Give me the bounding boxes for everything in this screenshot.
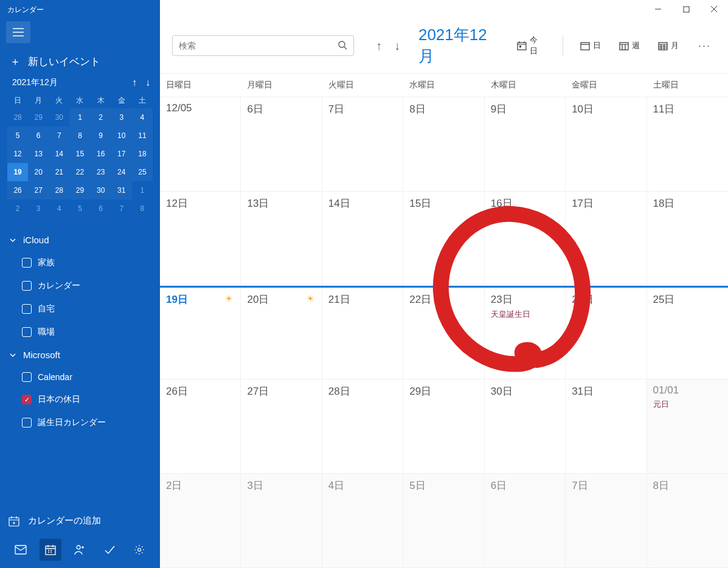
day-cell[interactable]: 14日 bbox=[322, 192, 403, 285]
day-cell[interactable]: 15日 bbox=[403, 192, 484, 285]
calendar-item[interactable]: Calendar bbox=[0, 366, 160, 388]
mini-day-cell[interactable]: 17 bbox=[111, 145, 132, 163]
mini-day-cell[interactable]: 6 bbox=[91, 199, 111, 218]
mini-day-cell[interactable]: 29 bbox=[69, 181, 90, 199]
calendar-checkbox[interactable] bbox=[22, 258, 32, 268]
day-cell[interactable]: 11日 bbox=[647, 97, 728, 191]
day-cell[interactable]: 17日 bbox=[566, 192, 647, 285]
day-cell[interactable]: 26日 bbox=[160, 379, 241, 473]
day-cell[interactable]: 16日 bbox=[485, 192, 566, 285]
mini-day-cell[interactable]: 30 bbox=[91, 181, 111, 199]
day-cell[interactable]: 8日 bbox=[403, 97, 484, 191]
hamburger-button[interactable] bbox=[6, 21, 30, 43]
day-cell[interactable]: 10日 bbox=[566, 97, 647, 191]
mini-day-cell[interactable]: 1 bbox=[69, 108, 90, 126]
mini-day-cell[interactable]: 22 bbox=[69, 163, 90, 181]
mini-day-cell[interactable]: 3 bbox=[28, 199, 49, 218]
calendar-checkbox[interactable] bbox=[22, 327, 32, 337]
day-cell[interactable]: 3日 bbox=[241, 474, 322, 567]
day-cell[interactable]: 6日 bbox=[241, 97, 322, 191]
search-icon[interactable] bbox=[338, 40, 347, 52]
close-button[interactable] bbox=[700, 0, 728, 18]
day-cell[interactable]: 9日 bbox=[485, 97, 566, 191]
mini-day-cell[interactable]: 13 bbox=[28, 145, 49, 163]
mini-day-cell[interactable]: 4 bbox=[49, 199, 69, 218]
mini-day-cell[interactable]: 30 bbox=[49, 108, 69, 126]
mini-day-cell[interactable]: 4 bbox=[132, 108, 153, 126]
mini-day-cell[interactable]: 21 bbox=[49, 163, 69, 181]
calendar-checkbox[interactable] bbox=[22, 281, 32, 291]
day-cell[interactable]: 31日 bbox=[566, 379, 647, 473]
mini-day-cell[interactable]: 5 bbox=[69, 199, 90, 218]
account-header[interactable]: iCloud bbox=[0, 229, 160, 251]
prev-month-button[interactable]: ↑ bbox=[372, 36, 386, 55]
day-cell[interactable]: 22日 bbox=[403, 288, 484, 379]
day-cell[interactable]: 13日 bbox=[241, 192, 322, 285]
next-month-button[interactable]: ↓ bbox=[390, 36, 404, 55]
more-button[interactable]: ··· bbox=[693, 40, 716, 52]
mini-day-cell[interactable]: 23 bbox=[91, 163, 111, 181]
mail-button[interactable] bbox=[10, 539, 32, 561]
mini-day-cell[interactable]: 19 bbox=[7, 163, 28, 181]
day-cell[interactable]: 18日 bbox=[647, 192, 728, 285]
day-cell[interactable]: 25日 bbox=[647, 288, 728, 379]
day-cell[interactable]: 12/05 bbox=[160, 97, 241, 191]
day-cell[interactable]: 27日 bbox=[241, 379, 322, 473]
calendar-item[interactable]: 誕生日カレンダー bbox=[0, 411, 160, 434]
mini-day-cell[interactable]: 27 bbox=[28, 181, 49, 199]
mini-day-cell[interactable]: 2 bbox=[91, 108, 111, 126]
calendar-item[interactable]: 職場 bbox=[0, 320, 160, 344]
mini-day-cell[interactable]: 29 bbox=[28, 108, 49, 126]
mini-day-cell[interactable]: 20 bbox=[28, 163, 49, 181]
mini-day-cell[interactable]: 18 bbox=[132, 145, 153, 163]
mini-day-cell[interactable]: 15 bbox=[69, 145, 90, 163]
mini-day-cell[interactable]: 28 bbox=[7, 108, 28, 126]
people-button[interactable] bbox=[69, 539, 91, 561]
search-input[interactable] bbox=[179, 41, 338, 50]
mini-day-cell[interactable]: 8 bbox=[132, 199, 153, 218]
mini-day-cell[interactable]: 26 bbox=[7, 181, 28, 199]
mini-next-button[interactable]: ↓ bbox=[145, 77, 150, 88]
day-cell[interactable]: 2日 bbox=[160, 474, 241, 567]
mini-day-cell[interactable]: 2 bbox=[7, 199, 28, 218]
day-cell[interactable]: 7日 bbox=[566, 474, 647, 567]
calendar-item[interactable]: カレンダー bbox=[0, 274, 160, 297]
mini-day-cell[interactable]: 8 bbox=[69, 126, 90, 145]
calendar-checkbox[interactable] bbox=[22, 395, 32, 404]
calendar-item[interactable]: 自宅 bbox=[0, 297, 160, 320]
maximize-button[interactable] bbox=[672, 0, 700, 18]
mini-day-cell[interactable]: 25 bbox=[132, 163, 153, 181]
new-event-button[interactable]: ＋ 新しいイベント bbox=[0, 49, 160, 77]
calendar-button[interactable] bbox=[40, 539, 61, 561]
day-cell[interactable]: 24日 bbox=[566, 288, 647, 379]
day-cell[interactable]: 01/01元日 bbox=[647, 379, 728, 473]
day-cell[interactable]: 19日☀ bbox=[160, 288, 241, 379]
today-button[interactable]: 今日 bbox=[513, 32, 549, 59]
day-cell[interactable]: 21日 bbox=[322, 288, 403, 379]
day-cell[interactable]: 29日 bbox=[403, 379, 484, 473]
mini-day-cell[interactable]: 5 bbox=[7, 126, 28, 145]
day-cell[interactable]: 30日 bbox=[485, 379, 566, 473]
minimize-button[interactable] bbox=[644, 0, 672, 18]
day-cell[interactable]: 28日 bbox=[322, 379, 403, 473]
mini-day-cell[interactable]: 28 bbox=[49, 181, 69, 199]
day-cell[interactable]: 5日 bbox=[403, 474, 484, 567]
week-view-button[interactable]: 週 bbox=[615, 38, 643, 54]
calendar-item[interactable]: 日本の休日 bbox=[0, 388, 160, 411]
settings-button[interactable] bbox=[128, 539, 150, 561]
mini-day-cell[interactable]: 11 bbox=[132, 126, 153, 145]
day-view-button[interactable]: 日 bbox=[577, 38, 605, 54]
mini-prev-button[interactable]: ↑ bbox=[132, 77, 137, 88]
mini-day-cell[interactable]: 9 bbox=[91, 126, 111, 145]
mini-day-cell[interactable]: 12 bbox=[7, 145, 28, 163]
mini-day-cell[interactable]: 6 bbox=[28, 126, 49, 145]
mini-day-cell[interactable]: 3 bbox=[111, 108, 132, 126]
day-cell[interactable]: 4日 bbox=[322, 474, 403, 567]
month-view-button[interactable]: 月 bbox=[654, 38, 682, 54]
mini-day-cell[interactable]: 24 bbox=[111, 163, 132, 181]
day-cell[interactable]: 7日 bbox=[322, 97, 403, 191]
calendar-checkbox[interactable] bbox=[22, 372, 32, 382]
mini-day-cell[interactable]: 7 bbox=[49, 126, 69, 145]
day-cell[interactable]: 20日☀ bbox=[241, 288, 322, 379]
day-cell[interactable]: 23日天皇誕生日 bbox=[485, 288, 566, 379]
